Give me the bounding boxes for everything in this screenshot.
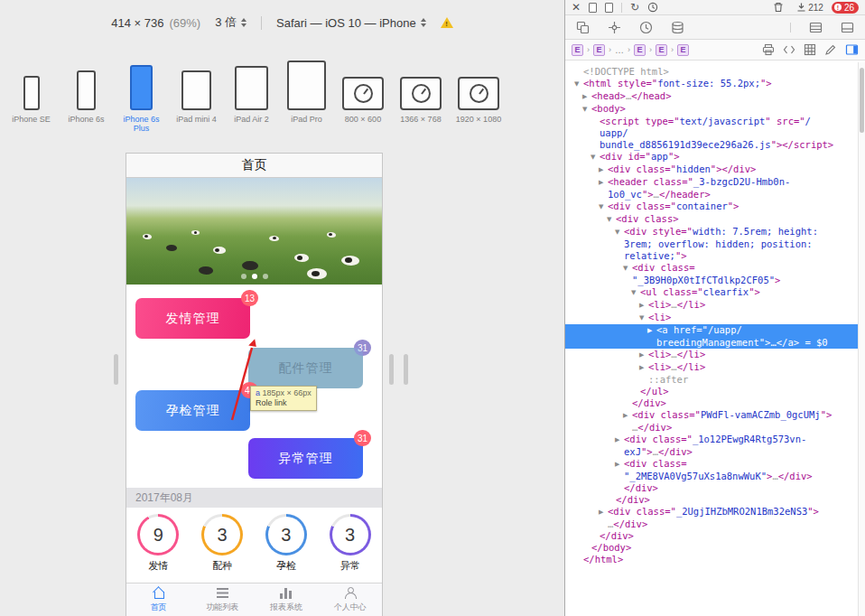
dom-tree-node[interactable]: ▼<html style="font-size: 55.2px;"> [565, 78, 858, 90]
resolution-800x600[interactable]: 800 × 600 [334, 56, 392, 133]
dom-tree-node[interactable]: …</div> [565, 518, 858, 530]
disclosure-triangle-icon[interactable]: ▶ [615, 459, 624, 471]
dom-tree-node[interactable]: </div> [565, 482, 858, 494]
edit-pencil-icon[interactable] [824, 43, 837, 56]
stat-breeding[interactable]: 3 配种 [191, 508, 255, 583]
panel-resize-handle[interactable] [404, 354, 408, 385]
breadcrumb-element-icon[interactable]: E [593, 44, 605, 56]
dock-side-icon[interactable] [605, 3, 613, 13]
disclosure-triangle-icon[interactable]: ▼ [574, 79, 583, 90]
dom-tree-node[interactable]: ▶<head>…</head> [565, 90, 858, 103]
breadcrumb-element-icon[interactable]: E [677, 44, 689, 56]
scrollbar[interactable] [858, 62, 865, 616]
dom-tree-node[interactable]: 1o0_vc">…</header> [565, 189, 858, 201]
monitor-icon[interactable] [458, 77, 499, 110]
close-icon[interactable]: ✕ [572, 2, 581, 13]
disclosure-triangle-icon[interactable]: ▼ [607, 214, 616, 226]
disclosure-triangle-icon[interactable]: ▼ [615, 227, 624, 238]
stat-pregnancy[interactable]: 3 孕检 [255, 508, 319, 583]
dom-tree-node[interactable]: <script type="text/javascript" src="/ [565, 116, 858, 127]
dom-tree-node[interactable]: ▼<ul class="clearfix"> [565, 286, 858, 299]
trash-icon[interactable] [773, 2, 784, 13]
device-ipad-pro[interactable]: iPad Pro [279, 56, 334, 133]
resource-counter[interactable]: 212 [797, 3, 823, 13]
details-sidebar-toggle-icon[interactable] [845, 43, 859, 56]
breeding-management-button[interactable]: 配件管理 31 [248, 348, 363, 388]
dom-tree-node[interactable]: ▶<li>…</li> [565, 349, 858, 361]
viewport-resize-handle-right[interactable] [389, 354, 394, 385]
disclosure-triangle-icon[interactable]: ▼ [591, 152, 600, 163]
stepper-icon[interactable] [421, 18, 426, 27]
dom-tree-node-selected[interactable]: ▶<a href="/uapp/ [565, 324, 858, 337]
breadcrumb-ellipsis[interactable]: … [615, 45, 624, 55]
breadcrumb-element-icon[interactable]: E [634, 44, 646, 56]
estrus-management-button[interactable]: 发情管理 13 [135, 298, 250, 339]
disclosure-triangle-icon[interactable]: ▶ [639, 362, 648, 374]
phone-icon[interactable] [23, 76, 40, 110]
grid-overlay-icon[interactable] [804, 43, 816, 56]
disclosure-triangle-icon[interactable]: ▶ [615, 434, 624, 446]
device-iphone-6s-plus[interactable]: iPhone 6s Plus [114, 56, 169, 133]
dom-tree-node[interactable]: </html> [565, 554, 858, 565]
resolution-1920x1080[interactable]: 1920 × 1080 [450, 56, 507, 133]
monitor-icon[interactable] [400, 77, 442, 110]
tab-console-icon[interactable] [809, 21, 823, 34]
stat-estrus[interactable]: 9 发情 [126, 508, 191, 583]
reload-icon[interactable]: ↻ [630, 2, 639, 13]
disclosure-triangle-icon[interactable]: ▶ [639, 350, 648, 361]
split-console-icon[interactable] [841, 21, 854, 34]
disclosure-triangle-icon[interactable]: ▶ [639, 300, 648, 312]
warning-icon[interactable] [441, 17, 453, 28]
dom-tree-node[interactable]: 3rem; overflow: hidden; position: [565, 238, 858, 250]
tab-report-system[interactable]: 报表系统 [255, 583, 319, 616]
monitor-icon[interactable] [342, 77, 384, 110]
device-iphone-6s[interactable]: iPhone 6s [59, 56, 114, 133]
device-iphone-se[interactable]: iPhone SE [4, 56, 59, 133]
dom-tree-node[interactable]: </body> [565, 542, 858, 554]
disclosure-triangle-icon[interactable]: ▶ [599, 507, 608, 518]
user-agent-selector[interactable]: Safari — iOS 10 — iPhone [276, 16, 426, 30]
tablet-icon[interactable] [287, 61, 326, 110]
tab-personal-center[interactable]: 个人中心 [318, 583, 382, 616]
dom-tree-node[interactable]: ▶<li>…</li> [565, 299, 858, 312]
dom-tree[interactable]: <!DOCTYPE html>▼<html style="font-size: … [565, 62, 858, 616]
dom-tree-node[interactable]: ▼<div id="app"> [565, 151, 858, 163]
timeline-clock-icon[interactable] [647, 2, 658, 13]
disclosure-triangle-icon[interactable]: ▶ [582, 91, 591, 103]
dom-tree-node[interactable]: ▼<div class> [565, 213, 858, 226]
disclosure-triangle-icon[interactable]: ▼ [639, 313, 648, 324]
disclosure-triangle-icon[interactable]: ▶ [599, 177, 608, 189]
breadcrumb-element-icon[interactable]: E [572, 44, 583, 56]
dom-tree-node[interactable]: relative;"> [565, 250, 858, 262]
dom-tree-node[interactable]: ▼<div class= [565, 262, 858, 275]
dom-tree-node[interactable]: </div> [565, 530, 858, 542]
tab-network-icon[interactable] [608, 21, 621, 34]
dom-tree-node[interactable]: ▼<div style="width: 7.5rem; height: [565, 226, 858, 238]
dom-tree-node[interactable]: "_3B9H0pX0tIfCTdlkp2CF05"> [565, 275, 858, 286]
dom-tree-node[interactable]: ▶<div class="_1o12PEwgR4Rtg573vn- [565, 434, 858, 446]
hero-image[interactable] [126, 178, 382, 285]
error-count-badge[interactable]: ! 26 [832, 2, 859, 14]
disclosure-triangle-icon[interactable]: ▼ [582, 104, 591, 116]
dom-tree-node[interactable]: ▶<div class="_2UgjIHZbMRO2N1Bm32eNS3"> [565, 506, 858, 518]
tab-function-list[interactable]: 功能列表 [191, 583, 255, 616]
dom-tree-node[interactable]: ▼<li> [565, 312, 858, 324]
dom-tree-node[interactable]: <!DOCTYPE html> [565, 66, 858, 78]
dom-tree-node[interactable]: uapp/ [565, 127, 858, 139]
breadcrumb-element-icon[interactable]: E [656, 44, 667, 56]
tablet-icon[interactable] [235, 66, 268, 110]
show-source-icon[interactable] [783, 43, 795, 56]
dom-tree-node[interactable]: ▶<div class="hidden"></div> [565, 163, 858, 176]
exception-management-button[interactable]: 异常管理 31 [248, 438, 363, 479]
dom-tree-node[interactable]: </ul> [565, 386, 858, 397]
stepper-icon[interactable] [241, 18, 246, 27]
disclosure-triangle-icon[interactable]: ▼ [599, 201, 608, 213]
tab-storage-icon[interactable] [671, 21, 684, 34]
scale-selector[interactable]: 3 倍 [215, 14, 246, 31]
stat-exception[interactable]: 3 异常 [318, 508, 382, 583]
dom-tree-node[interactable]: exJ">…</div> [565, 446, 858, 458]
resolution-1366x768[interactable]: 1366 × 768 [392, 56, 450, 133]
disclosure-triangle-icon[interactable]: ▼ [631, 287, 640, 299]
print-icon[interactable] [762, 43, 775, 56]
tab-home[interactable]: 首页 [126, 583, 191, 616]
